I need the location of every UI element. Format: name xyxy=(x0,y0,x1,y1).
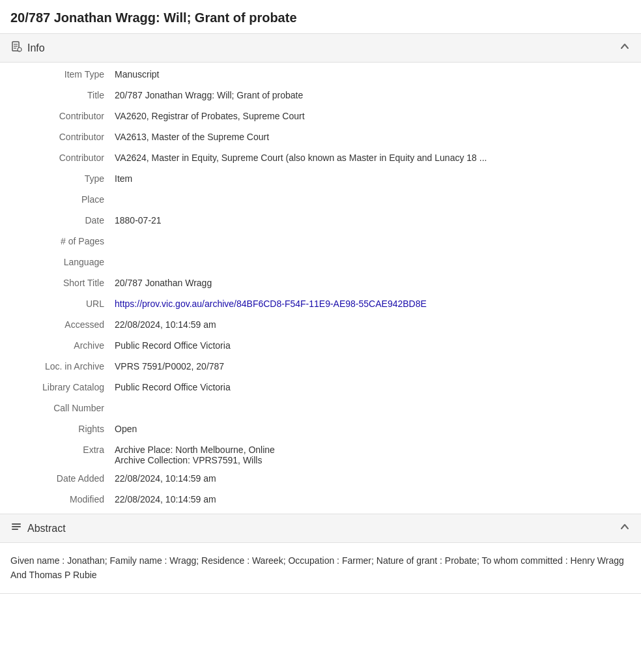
info-field-label: Type xyxy=(10,173,115,184)
info-section-label: Info xyxy=(27,42,45,54)
info-row: Date Added22/08/2024, 10:14:59 am xyxy=(0,469,641,490)
abstract-section-header-left: Abstract xyxy=(10,521,66,536)
svg-rect-8 xyxy=(12,529,18,530)
svg-rect-6 xyxy=(12,523,21,525)
info-field-value: https://prov.vic.gov.au/archive/84BF6CD8… xyxy=(115,299,631,309)
info-field-label: Language xyxy=(10,257,115,267)
abstract-section-header[interactable]: Abstract xyxy=(0,514,641,543)
info-field-value: Item xyxy=(115,173,631,184)
info-field-value: 20/787 Jonathan Wragg: Will; Grant of pr… xyxy=(115,90,631,100)
info-field-label: Contributor xyxy=(10,132,115,142)
info-field-label: Extra xyxy=(10,445,115,455)
info-field-value: 22/08/2024, 10:14:59 am xyxy=(115,473,631,484)
info-row: Call Number xyxy=(0,399,641,420)
info-row: ExtraArchive Place: North Melbourne, Onl… xyxy=(0,441,641,469)
info-field-value: 20/787 Jonathan Wragg xyxy=(115,278,631,288)
info-field-value: Public Record Office Victoria xyxy=(115,382,631,392)
info-row: Accessed22/08/2024, 10:14:59 am xyxy=(0,315,641,336)
info-row: Library CatalogPublic Record Office Vict… xyxy=(0,378,641,399)
info-field-label: Contributor xyxy=(10,153,115,163)
info-field-label: Modified xyxy=(10,494,115,504)
abstract-text: Given name : Jonathan; Family name : Wra… xyxy=(10,553,631,583)
info-field-value: Archive Place: North Melbourne, Online A… xyxy=(115,445,631,465)
info-field-label: Short Title xyxy=(10,278,115,288)
info-row: ArchivePublic Record Office Victoria xyxy=(0,336,641,357)
info-field-label: Date Added xyxy=(10,473,115,484)
info-table: Item TypeManuscriptTitle20/787 Jonathan … xyxy=(0,63,641,514)
info-field-label: Rights xyxy=(10,424,115,434)
info-field-value: 1880-07-21 xyxy=(115,215,631,226)
info-row: # of Pages xyxy=(0,232,641,253)
info-field-label: Contributor xyxy=(10,111,115,121)
info-row: RightsOpen xyxy=(0,420,641,441)
info-field-label: # of Pages xyxy=(10,236,115,246)
info-section-header-left: i Info xyxy=(10,41,45,55)
info-field-value: 22/08/2024, 10:14:59 am xyxy=(115,319,631,330)
info-field-value: Public Record Office Victoria xyxy=(115,340,631,351)
info-chevron-icon xyxy=(619,40,631,55)
page-title: 20/787 Jonathan Wragg: Will; Grant of pr… xyxy=(0,0,641,34)
info-icon: i xyxy=(10,41,22,55)
info-row: Language xyxy=(0,253,641,274)
info-row: URLhttps://prov.vic.gov.au/archive/84BF6… xyxy=(0,295,641,315)
abstract-chevron-icon xyxy=(619,521,631,536)
info-field-value: VA2624, Master in Equity, Supreme Court … xyxy=(115,153,631,163)
abstract-section-label: Abstract xyxy=(27,523,66,534)
svg-text:i: i xyxy=(19,48,20,52)
info-section: i Info Item TypeManuscriptTitle20/787 Jo… xyxy=(0,34,641,514)
info-field-value: 22/08/2024, 10:14:59 am xyxy=(115,494,631,504)
info-field-label: Call Number xyxy=(10,403,115,413)
info-field-label: Place xyxy=(10,194,115,205)
info-field-label: Accessed xyxy=(10,319,115,330)
info-field-label: Loc. in Archive xyxy=(10,361,115,372)
abstract-content: Given name : Jonathan; Family name : Wra… xyxy=(0,543,641,593)
info-row: Short Title20/787 Jonathan Wragg xyxy=(0,274,641,295)
info-field-label: Archive xyxy=(10,340,115,351)
info-field-value: Open xyxy=(115,424,631,434)
info-field-value: Manuscript xyxy=(115,69,631,80)
info-row: ContributorVA2613, Master of the Supreme… xyxy=(0,128,641,149)
info-field-value: VPRS 7591/P0002, 20/787 xyxy=(115,361,631,372)
info-field-label: URL xyxy=(10,299,115,309)
info-row: Title20/787 Jonathan Wragg: Will; Grant … xyxy=(0,86,641,107)
info-row: Modified22/08/2024, 10:14:59 am xyxy=(0,490,641,511)
info-field-label: Title xyxy=(10,90,115,100)
info-field-label: Library Catalog xyxy=(10,382,115,392)
info-row: Item TypeManuscript xyxy=(0,65,641,86)
info-row: ContributorVA2624, Master in Equity, Sup… xyxy=(0,149,641,169)
info-row: TypeItem xyxy=(0,169,641,190)
abstract-section: Abstract Given name : Jonathan; Family n… xyxy=(0,514,641,594)
info-field-label: Date xyxy=(10,215,115,226)
svg-rect-7 xyxy=(12,526,21,527)
abstract-icon xyxy=(10,521,22,536)
info-section-header[interactable]: i Info xyxy=(0,34,641,63)
info-row: Date1880-07-21 xyxy=(0,211,641,232)
info-row: ContributorVA2620, Registrar of Probates… xyxy=(0,107,641,128)
info-field-label: Item Type xyxy=(10,69,115,80)
info-field-value: VA2613, Master of the Supreme Court xyxy=(115,132,631,142)
info-field-value: VA2620, Registrar of Probates, Supreme C… xyxy=(115,111,631,121)
info-row: Loc. in ArchiveVPRS 7591/P0002, 20/787 xyxy=(0,357,641,378)
info-row: Place xyxy=(0,190,641,211)
